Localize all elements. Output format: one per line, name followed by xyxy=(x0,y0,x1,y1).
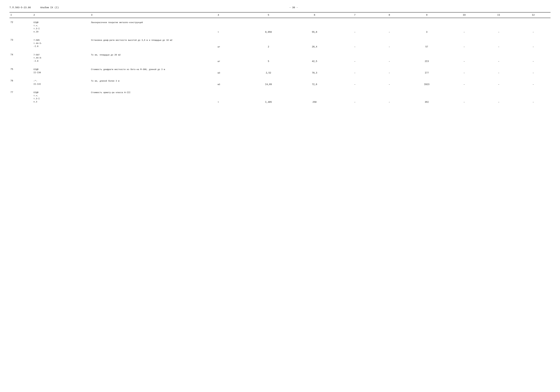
row-col9: 35I xyxy=(407,90,447,104)
row-col7: – xyxy=(338,20,372,34)
page-number: - 30 - xyxy=(290,6,330,9)
row-col6: 55,8 xyxy=(291,20,338,34)
row-code: ССЦМ т.ч. т.3-I п.3 xyxy=(32,90,90,104)
row-col5: 0,056 xyxy=(245,20,291,34)
row-col6: 72,6 xyxy=(291,79,338,86)
row-description: То же, площадью до 20 м2 xyxy=(90,53,217,63)
row-col10: – xyxy=(447,53,481,63)
row-col10: – xyxy=(447,90,481,104)
row-col9: 57 xyxy=(407,38,447,49)
row-col9: 3 xyxy=(407,20,447,34)
row-code: 7–597 т.44-9- -I.8 xyxy=(32,53,90,63)
row-number: 73 xyxy=(10,38,32,49)
row-col10: – xyxy=(447,67,481,75)
row-col11: – xyxy=(481,38,516,49)
row-code: –"– II–I4I xyxy=(32,79,90,86)
col-header-11: II xyxy=(481,12,516,18)
row-unit: м3 xyxy=(217,67,245,75)
col-header-6: 6 xyxy=(291,12,338,18)
main-table: I 2 3 4 5 6 7 8 9 IO II I2 72ССЦМ т.ч. т… xyxy=(10,12,550,106)
row-col9: I77 xyxy=(407,67,447,75)
row-col6: 42,5 xyxy=(291,53,338,63)
row-col8: – xyxy=(372,90,407,104)
row-col8: – xyxy=(372,53,407,63)
row-description: Лакокрасочное покрытие металло-конструкц… xyxy=(90,20,217,34)
col-header-3: 3 xyxy=(90,12,217,18)
row-description: Стоимость армату-ры класса А-III xyxy=(90,90,217,104)
row-number: 76 xyxy=(10,79,32,86)
col-header-5: 5 xyxy=(245,12,291,18)
row-col7: – xyxy=(338,67,372,75)
row-col11: – xyxy=(481,20,516,34)
row-col5: 2,52 xyxy=(245,67,291,75)
row-number: 72 xyxy=(10,20,32,34)
row-col10: – xyxy=(447,79,481,86)
doc-number: Т.П.503-5-23.86 xyxy=(10,6,31,9)
row-col10: – xyxy=(447,38,481,49)
row-col8: – xyxy=(372,20,407,34)
row-code: ССЦМ т.ч. т.3-I п.I9 xyxy=(32,20,90,34)
row-col11: – xyxy=(481,67,516,75)
row-col10: – xyxy=(447,20,481,34)
col-header-10: IO xyxy=(447,12,481,18)
table-header-row: I 2 3 4 5 6 7 8 9 IO II I2 xyxy=(10,12,550,18)
row-unit: т xyxy=(217,20,245,34)
col-header-9: 9 xyxy=(407,12,447,18)
row-col8: – xyxy=(372,38,407,49)
row-col12: – xyxy=(516,67,550,75)
row-description: Установка диаф-рагм жесткости высотой до… xyxy=(90,38,217,49)
row-col6: 250 xyxy=(291,90,338,104)
row-col6: 28,4 xyxy=(291,38,338,49)
col-header-7: 7 xyxy=(338,12,372,18)
row-col9: 2I3 xyxy=(407,53,447,63)
row-col12: – xyxy=(516,79,550,86)
table-row: 747–597 т.44-9- -I.8То же, площадью до 2… xyxy=(10,53,550,63)
row-number: 77 xyxy=(10,90,32,104)
row-col7: – xyxy=(338,79,372,86)
row-col5: I4,09 xyxy=(245,79,291,86)
row-description: Стоимость диафрагм жесткости из бето-на … xyxy=(90,67,217,75)
row-unit: шт xyxy=(217,38,245,49)
table-row: 76–"– II–I4IТо же, длиной более 3 мм3I4,… xyxy=(10,79,550,86)
row-col5: 5 xyxy=(245,53,291,63)
page-header: Т.П.503-5-23.86 Альбом IX (I) - 30 - xyxy=(10,6,550,9)
col-header-12: I2 xyxy=(516,12,550,18)
row-col7: – xyxy=(338,53,372,63)
table-row: 75ССЦМ II–I38Стоимость диафрагм жесткост… xyxy=(10,67,550,75)
row-col8: – xyxy=(372,79,407,86)
row-col9: I023 xyxy=(407,79,447,86)
row-col12: – xyxy=(516,20,550,34)
row-col7: – xyxy=(338,90,372,104)
row-unit: шт xyxy=(217,53,245,63)
col-header-8: 8 xyxy=(372,12,407,18)
row-col6: 70,3 xyxy=(291,67,338,75)
row-code: ССЦМ II–I38 xyxy=(32,67,90,75)
col-header-1: I xyxy=(10,12,32,18)
row-col12: – xyxy=(516,90,550,104)
row-col5: 2 xyxy=(245,38,291,49)
row-col7: – xyxy=(338,38,372,49)
row-number: 75 xyxy=(10,67,32,75)
row-col11: – xyxy=(481,90,516,104)
row-code: 7–585 т.44-5- -I.8 xyxy=(32,38,90,49)
album-label: Альбом IX (I) xyxy=(40,6,59,9)
table-row: 737–585 т.44-5- -I.8Установка диаф-рагм … xyxy=(10,38,550,49)
row-col11: – xyxy=(481,53,516,63)
row-description: То же, длиной более 3 м xyxy=(90,79,217,86)
row-unit: т xyxy=(217,90,245,104)
table-row: 77ССЦМ т.ч. т.3-I п.3Стоимость армату-ры… xyxy=(10,90,550,104)
col-header-2: 2 xyxy=(32,12,90,18)
row-col8: – xyxy=(372,67,407,75)
row-col12: – xyxy=(516,53,550,63)
row-col11: – xyxy=(481,79,516,86)
row-unit: м3 xyxy=(217,79,245,86)
row-number: 74 xyxy=(10,53,32,63)
row-col12: – xyxy=(516,38,550,49)
col-header-4: 4 xyxy=(217,12,245,18)
row-col5: I,405 xyxy=(245,90,291,104)
table-row: 72ССЦМ т.ч. т.3-I п.I9Лакокрасочное покр… xyxy=(10,20,550,34)
